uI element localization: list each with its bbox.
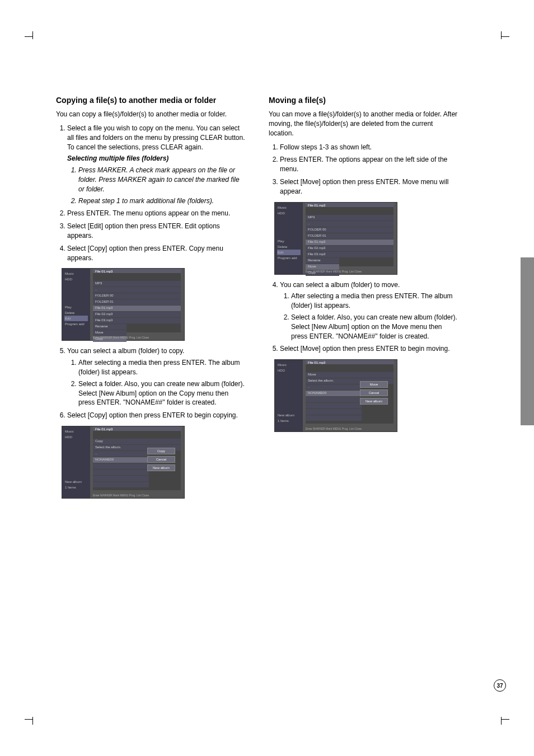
step-3: Select [Edit] option then press ENTER. E… bbox=[67, 222, 246, 241]
step-2: Press ENTER. The menu options appear on … bbox=[67, 209, 246, 218]
file-row: File 02.mp3 bbox=[93, 312, 181, 317]
sub-step-5-1: After selecting a media then press ENTER… bbox=[78, 358, 246, 377]
mode-label: Copy bbox=[93, 439, 181, 444]
album-row-empty bbox=[93, 463, 149, 469]
screenshot-copy-album: Music HDD New album 1 Items File 01.mp3 … bbox=[62, 426, 185, 499]
sidebar-music: Music bbox=[277, 362, 301, 368]
action-buttons: Move Cancel New album bbox=[360, 381, 388, 406]
crop-mark bbox=[32, 31, 33, 39]
page-number: 37 bbox=[494, 679, 506, 692]
crop-mark bbox=[501, 717, 502, 725]
sidebar-music: Music bbox=[64, 271, 88, 276]
steps-moving: Follow steps 1-3 as shown left. Press EN… bbox=[269, 143, 459, 196]
sidebar-music: Music bbox=[64, 429, 88, 434]
step-5: Select [Move] option then press ENTER to… bbox=[280, 344, 459, 354]
left-column: Copying a file(s) to another media or fo… bbox=[56, 34, 246, 504]
step-4: Select [Copy] option then press ENTER. C… bbox=[67, 244, 246, 263]
sub-step-1: Press MARKER. A check mark appears on th… bbox=[78, 166, 246, 194]
screenshot-albumlist: Copy Select the album. .. NONAME00 Copy … bbox=[93, 431, 181, 490]
screenshot-move-menu: Music HDD Play Delete Edit Program add F… bbox=[274, 202, 397, 275]
screenshot-sidebar: Music HDD New album 1 Items bbox=[275, 360, 303, 431]
sidebar-delete: Delete bbox=[277, 244, 301, 250]
screenshot-sidebar: Music HDD Play Delete Edit Program add bbox=[62, 269, 90, 340]
album-row-empty bbox=[93, 469, 149, 475]
crop-mark bbox=[501, 31, 502, 39]
popup-move: Move bbox=[93, 330, 127, 336]
file-row: File 03.mp3 bbox=[93, 318, 181, 323]
step-1: Select a file you wish to copy on the me… bbox=[67, 124, 246, 205]
file-row: File 01.mp3 bbox=[93, 306, 181, 311]
step-5: You can select a album (folder) to copy.… bbox=[67, 346, 246, 407]
new-album-button: New album bbox=[147, 464, 175, 471]
move-button: Move bbox=[360, 381, 388, 388]
popup-rename: Rename bbox=[306, 258, 339, 264]
screenshot-filelist: MP3 .. FOLDER 00 FOLDER 01 File 01.mp3 F… bbox=[306, 207, 394, 266]
file-row: .. bbox=[93, 287, 181, 293]
sidebar-hdd: HDD bbox=[64, 276, 88, 282]
popup-rename: Rename bbox=[93, 324, 127, 330]
album-row: .. bbox=[306, 384, 362, 390]
album-row: NONAME00 bbox=[93, 457, 149, 463]
hints: Enter MARKER Mark MENU Prog. List Close bbox=[306, 270, 394, 273]
sub-step-4-1: After selecting a media then press ENTER… bbox=[291, 292, 459, 311]
type-label: MP3 bbox=[93, 281, 181, 287]
sub-heading-selecting: Selecting multiple files (folders) bbox=[67, 154, 246, 163]
mode-label: Move bbox=[306, 372, 394, 378]
popup-move: Move bbox=[306, 264, 339, 270]
sub-steps-4: After selecting a media then press ENTER… bbox=[280, 292, 459, 341]
sidebar-hdd: HDD bbox=[277, 210, 301, 216]
sidebar-edit: Edit bbox=[64, 316, 88, 321]
copy-button: Copy bbox=[147, 448, 175, 454]
crop-mark bbox=[32, 717, 33, 725]
step-3: Select [Move] option then press ENTER. M… bbox=[280, 177, 459, 196]
crop-mark bbox=[502, 719, 509, 720]
sidebar-program: Program add bbox=[64, 321, 88, 327]
file-row: File 01.mp3 bbox=[306, 240, 394, 245]
sub-step-4-2: Select a folder. Also, you can create ne… bbox=[291, 313, 459, 341]
screenshot-filelist: MP3 .. FOLDER 00 FOLDER 01 File 01.mp3 F… bbox=[93, 273, 181, 332]
steps-copying: Select a file you wish to copy on the me… bbox=[56, 124, 246, 262]
sub-steps-5: After selecting a media then press ENTER… bbox=[67, 358, 246, 407]
action-buttons: Copy Cancel New album bbox=[147, 448, 175, 473]
cancel-button: Cancel bbox=[147, 456, 175, 463]
sidebar-play: Play bbox=[277, 238, 301, 244]
heading-copying: Copying a file(s) to another media or fo… bbox=[56, 95, 246, 105]
section-tab: Playback bbox=[521, 257, 534, 425]
sidebar-music: Music bbox=[277, 205, 301, 210]
crop-mark bbox=[502, 36, 509, 37]
album-row-empty bbox=[93, 482, 149, 487]
step-1: Follow steps 1-3 as shown left. bbox=[280, 143, 459, 152]
cancel-button: Cancel bbox=[360, 389, 388, 396]
sidebar-delete: Delete bbox=[64, 310, 88, 316]
sidebar-program: Program add bbox=[277, 255, 301, 261]
footer-new-album: New album bbox=[64, 479, 88, 485]
sidebar-edit: Edit bbox=[277, 250, 301, 255]
section-tab-label: Playback bbox=[443, 168, 453, 336]
album-row-empty bbox=[306, 415, 362, 421]
footer-new-album: New album bbox=[277, 412, 301, 418]
intro-copying: You can copy a file(s)/folder(s) to anot… bbox=[56, 110, 246, 119]
crop-mark bbox=[25, 719, 32, 720]
step-2: Press ENTER. The options appear on the l… bbox=[280, 155, 459, 174]
album-row: NONAME00 bbox=[306, 391, 362, 396]
file-row: FOLDER 00 bbox=[306, 227, 394, 233]
album-row-empty bbox=[93, 476, 149, 481]
sidebar-hdd: HDD bbox=[277, 368, 301, 373]
file-row: File 02.mp3 bbox=[306, 246, 394, 251]
album-row-empty bbox=[306, 409, 362, 415]
hints: Enter MARKER Mark MENU Prog. List Close bbox=[93, 494, 181, 497]
heading-moving: Moving a file(s) bbox=[269, 95, 459, 105]
intro-moving: You can move a file(s)/folder(s) to anot… bbox=[269, 110, 459, 138]
step-6: Select [Copy] option then press ENTER to… bbox=[67, 411, 246, 420]
album-row: .. bbox=[93, 451, 149, 457]
steps-moving-cont: You can select a album (folder) to move.… bbox=[269, 280, 459, 354]
screenshot-move-album: Music HDD New album 1 Items File 01.mp3 … bbox=[274, 359, 397, 432]
album-row-empty bbox=[306, 397, 362, 402]
screenshot-copy-menu: Music HDD Play Delete Edit Program add F… bbox=[62, 268, 185, 341]
sidebar-play: Play bbox=[64, 304, 88, 310]
hints: Enter MARKER Mark MENU Prog. List Close bbox=[93, 336, 181, 339]
screenshot-sidebar: Music HDD New album 1 Items bbox=[62, 426, 90, 498]
screenshot-albumlist: Move Select the album. .. NONAME00 Move … bbox=[306, 364, 394, 424]
file-row: File 03.mp3 bbox=[306, 252, 394, 257]
file-row: FOLDER 01 bbox=[93, 299, 181, 305]
